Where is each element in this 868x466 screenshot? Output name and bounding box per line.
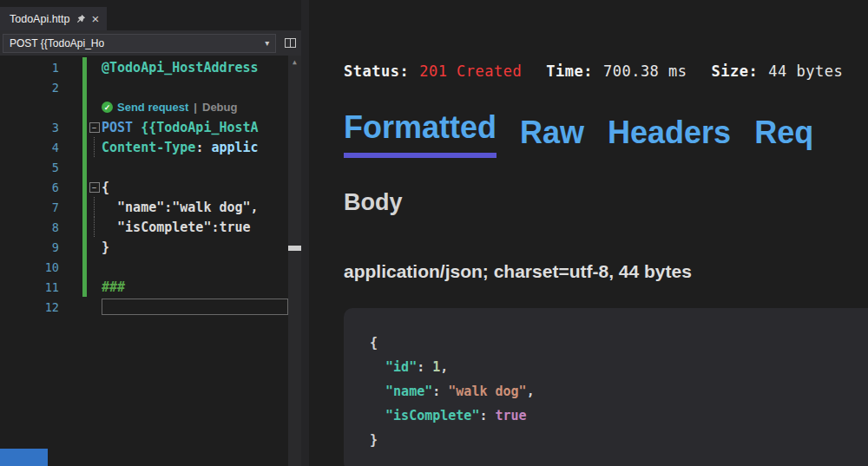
time-value: 700.38 ms [603, 62, 687, 80]
line-number: 7 [0, 200, 64, 214]
line-number: 3 [0, 121, 64, 135]
tab-raw[interactable]: Raw [520, 115, 584, 158]
json-line: } [370, 428, 863, 452]
editor-line[interactable]: 4 Content-Type: applic [0, 137, 301, 157]
json-line: "id": 1, [370, 355, 863, 379]
http-variable: @TodoApi_HostAddress [102, 60, 259, 75]
scrollbar-thumb[interactable] [288, 246, 301, 251]
editor-pane: TodoApi.http × POST {{TodoApi_Ho ▾ 1 @T [0, 0, 301, 466]
editor-line[interactable]: 3 − POST {{TodoApi_HostA [0, 117, 301, 137]
codelens-separator: | [194, 101, 197, 114]
response-pane: Status: 201 Created Time: 700.38 ms Size… [309, 0, 868, 466]
line-number: 6 [0, 180, 64, 194]
editor-line[interactable]: 9 } [0, 237, 301, 257]
body-heading: Body [344, 189, 868, 216]
line-number: 10 [0, 260, 64, 274]
chevron-down-icon: ▾ [265, 38, 269, 48]
editor-scrollbar[interactable]: ▲ [288, 56, 301, 466]
response-body-json: { "id": 1, "name": "walk dog", "isComple… [344, 308, 868, 466]
editor-line[interactable]: 2 [0, 77, 301, 97]
fold-toggle-icon[interactable]: − [89, 182, 100, 193]
split-view-icon [285, 38, 296, 48]
response-tabs: Formatted Raw Headers Req [344, 109, 868, 158]
close-icon[interactable]: × [92, 14, 100, 24]
editor-toolbar: POST {{TodoApi_Ho ▾ [0, 30, 301, 56]
editor-line[interactable]: 1 @TodoApi_HostAddress [0, 57, 301, 77]
editor-line[interactable]: 12 [0, 297, 301, 317]
editor-line[interactable]: 6 − { [0, 177, 301, 197]
document-tabstrip: TodoApi.http × [0, 0, 301, 30]
line-number: 2 [0, 81, 64, 95]
size-label: Size: [712, 62, 759, 80]
check-circle-icon: ✓ [102, 102, 113, 113]
json-line: "name": "walk dog", [370, 379, 863, 404]
line-number: 1 [0, 61, 64, 75]
tab-request[interactable]: Req [754, 115, 813, 158]
request-url: {{TodoApi_HostA [133, 120, 259, 135]
line-number: 9 [0, 240, 64, 254]
status-label: Status: [344, 62, 409, 80]
response-status-row: Status: 201 Created Time: 700.38 ms Size… [344, 62, 868, 80]
line-number: 12 [0, 300, 64, 314]
editor-line[interactable]: 7 "name":"walk dog", [0, 197, 301, 217]
code-editor[interactable]: 1 @TodoApi_HostAddress 2 ✓ Send request … [0, 56, 301, 466]
debug-link[interactable]: Debug [202, 101, 237, 114]
editor-line[interactable]: 5 [0, 157, 301, 177]
line-number: 5 [0, 161, 64, 174]
tab-title: TodoApi.http [10, 13, 70, 25]
request-separator: ### [102, 279, 125, 295]
http-method: POST [102, 120, 133, 135]
line-number: 8 [0, 220, 64, 234]
split-view-button[interactable] [281, 35, 299, 52]
status-value: 201 Created [419, 62, 522, 80]
time-label: Time: [546, 62, 593, 80]
tab-headers[interactable]: Headers [608, 115, 731, 158]
editor-line[interactable]: 8 "isComplete":true [0, 217, 301, 237]
header-name: Content-Type [102, 140, 195, 155]
request-selector[interactable]: POST {{TodoApi_Ho ▾ [3, 34, 276, 53]
request-selector-value: POST {{TodoApi_Ho [10, 37, 104, 49]
pane-splitter[interactable] [301, 0, 309, 466]
json-line: "isComplete": true [370, 404, 863, 428]
editor-line[interactable]: 10 [0, 257, 301, 277]
size-value: 44 bytes [768, 62, 843, 80]
caret-line-indicator [102, 299, 288, 315]
pin-icon[interactable] [76, 14, 86, 23]
line-number: 4 [0, 141, 64, 154]
json-body-line: "name":"walk dog", [102, 200, 259, 215]
content-type-line: application/json; charset=utf-8, 44 byte… [344, 261, 868, 282]
line-number: 11 [0, 280, 64, 294]
fold-toggle-icon[interactable]: − [89, 122, 100, 133]
scroll-up-icon[interactable]: ▲ [288, 56, 301, 69]
document-tab[interactable]: TodoApi.http × [0, 7, 107, 30]
codelens-line: ✓ Send request | Debug [0, 97, 301, 117]
send-request-link[interactable]: Send request [117, 101, 188, 114]
json-line: { [370, 331, 863, 355]
header-value: applic [203, 140, 258, 155]
json-body-line: "isComplete":true [102, 220, 251, 235]
vs-window: TodoApi.http × POST {{TodoApi_Ho ▾ 1 @T [0, 0, 868, 466]
editor-line[interactable]: 11 ### [0, 277, 301, 297]
status-bar-corner [0, 449, 48, 466]
tab-formatted[interactable]: Formatted [344, 109, 496, 158]
